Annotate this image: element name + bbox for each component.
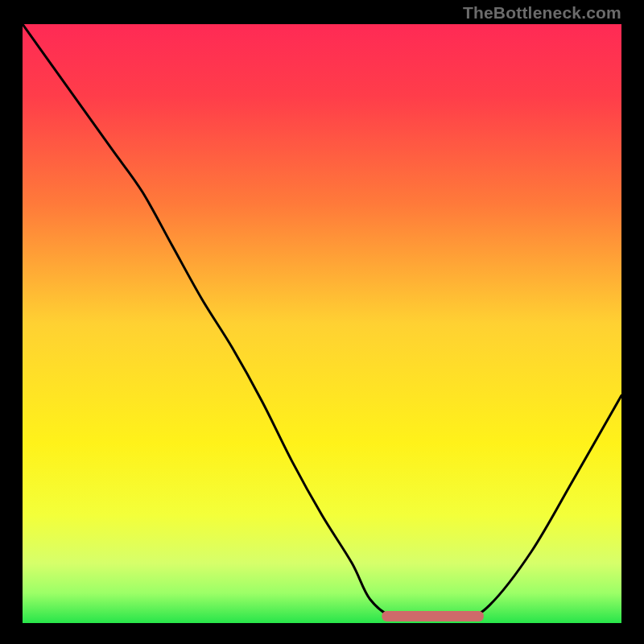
plot-area xyxy=(23,24,621,623)
chart-frame: TheBottleneck.com xyxy=(0,0,644,644)
watermark-text: TheBottleneck.com xyxy=(463,3,621,23)
optimal-region-layer xyxy=(23,24,621,623)
optimal-region-bar xyxy=(382,611,483,621)
